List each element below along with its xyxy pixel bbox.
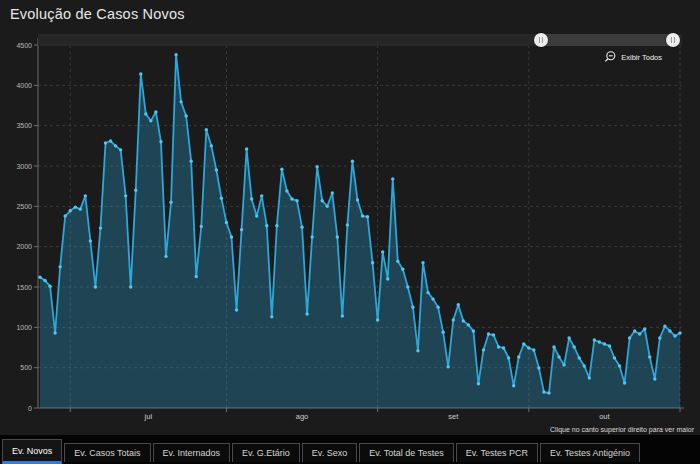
tab-ev-total-de-testes[interactable]: Ev. Total de Testes: [359, 443, 454, 462]
svg-text:1000: 1000: [16, 324, 32, 331]
tab-ev-g-et-rio[interactable]: Ev. G.Etário: [232, 443, 300, 462]
svg-text:4500: 4500: [16, 42, 32, 49]
tab-label: Ev. Internados: [163, 448, 220, 458]
svg-text:2000: 2000: [16, 243, 32, 250]
tab-label: Ev. Sexo: [312, 448, 347, 458]
area-chart: 050010001500200025003000350040004500jula…: [0, 0, 700, 435]
svg-text:set: set: [448, 412, 459, 421]
tab-label: Ev. Testes PCR: [466, 448, 528, 458]
tab-ev-sexo[interactable]: Ev. Sexo: [302, 443, 357, 462]
slider-selected-range[interactable]: [541, 34, 673, 46]
svg-text:4000: 4000: [16, 82, 32, 89]
tab-label: Ev. Casos Totais: [74, 448, 140, 458]
tab-label: Ev. Novos: [12, 446, 52, 456]
svg-text:out: out: [599, 412, 610, 421]
dashboard: Evolução de Casos Novos Exibir Todos 050…: [0, 0, 700, 464]
tab-ev-internados[interactable]: Ev. Internados: [153, 443, 230, 462]
svg-text:3500: 3500: [16, 122, 32, 129]
zoom-out-icon: [604, 51, 616, 63]
svg-text:500: 500: [20, 364, 32, 371]
tab-bar: Ev. NovosEv. Casos TotaisEv. InternadosE…: [0, 435, 700, 464]
slider-handle-right[interactable]: [666, 33, 680, 47]
expand-hint: Clique no canto superior direito para ve…: [550, 426, 694, 433]
tab-label: Ev. Total de Testes: [369, 448, 444, 458]
show-all-button[interactable]: Exibir Todos: [604, 51, 662, 63]
tab-ev-testes-pcr[interactable]: Ev. Testes PCR: [456, 443, 538, 462]
svg-text:0: 0: [28, 405, 32, 412]
svg-text:3000: 3000: [16, 163, 32, 170]
svg-text:jul: jul: [144, 412, 153, 421]
tab-label: Ev. G.Etário: [242, 448, 290, 458]
svg-text:1500: 1500: [16, 284, 32, 291]
show-all-label: Exibir Todos: [621, 53, 662, 62]
time-range-slider[interactable]: [38, 33, 682, 47]
tab-ev-novos[interactable]: Ev. Novos: [2, 439, 62, 464]
svg-text:2500: 2500: [16, 203, 32, 210]
tab-label: Ev. Testes Antigénio: [550, 448, 630, 458]
tab-ev-casos-totais[interactable]: Ev. Casos Totais: [64, 443, 150, 462]
tab-ev-testes-antig-nio[interactable]: Ev. Testes Antigénio: [540, 443, 640, 462]
svg-text:ago: ago: [296, 412, 309, 421]
slider-handle-left[interactable]: [534, 33, 548, 47]
